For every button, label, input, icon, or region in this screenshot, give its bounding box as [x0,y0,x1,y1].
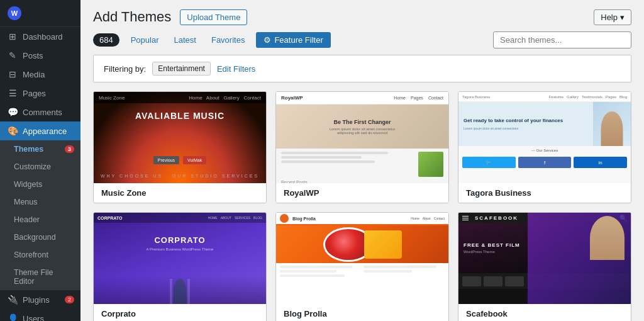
sidebar-item-posts[interactable]: ✎ Posts [0,46,80,65]
theme-name-corprato: Corprato [94,304,266,321]
header-label: Header [14,215,40,224]
users-label: Users [23,314,44,322]
theme-card-music-zone[interactable]: Music Zone Home About Gallery Contact Av… [93,91,267,203]
sidebar-item-label: Comments [23,108,62,117]
latest-tab[interactable]: Latest [170,33,200,47]
sidebar-item-label: Dashboard [23,32,63,42]
theme-name-tagora-business: Tagora Business [458,183,631,203]
filter-tag: Entertainment [152,62,211,76]
theme-name-blog-prolla: Blog Prolla [276,304,448,321]
theme-thumbnail-blog-prolla: Blog Prolla Home About Contact [276,213,448,304]
sidebar-item-storefront[interactable]: Storefront [0,246,80,264]
theme-name-music-zone: Music Zone [94,183,266,203]
sidebar-item-header[interactable]: Header [0,211,80,228]
storefront-label: Storefront [14,251,48,259]
filtering-label: Filtering by: [104,64,146,74]
filter-bar: 684 Popular Latest Favorites ⚙ Feature F… [80,31,644,55]
appearance-submenu: Themes 3 Customize Widgets Menus Header … [0,140,80,290]
sidebar-item-theme-file-editor[interactable]: Theme File Editor [0,264,80,290]
wp-logo: W [8,6,21,20]
theme-card-royalwp[interactable]: RoyalWP Home Pages Contact Be The First … [275,91,449,203]
page-title: Add Themes [93,9,171,25]
theme-thumbnail-scafebook: SCAFEBOOK 🔍 Free & Best Film WordPress T… [458,213,631,304]
customize-label: Customize [14,162,51,171]
upload-theme-button[interactable]: Upload Theme [180,9,247,25]
sidebar-item-users[interactable]: 👤 Users [0,309,80,321]
sidebar-item-menus[interactable]: Menus [0,193,80,211]
sidebar-item-comments[interactable]: 💬 Comments [0,103,80,121]
plugins-label: Plugins [23,295,50,305]
search-input[interactable] [493,31,631,48]
themes-badge: 3 [65,145,74,153]
favorites-tab[interactable]: Favorites [208,33,248,47]
sidebar-item-appearance[interactable]: 🎨 Appearance [0,121,80,140]
sidebar-item-pages[interactable]: ☰ Pages [0,84,80,103]
dashboard-icon: ⊞ [8,31,18,42]
menus-label: Menus [14,198,38,206]
sidebar-item-media[interactable]: ⊟ Media [0,65,80,84]
theme-thumbnail-tagora: Tagora Business Features Gallery Testimo… [458,92,631,183]
filtering-row: Filtering by: Entertainment Edit Filters [93,55,631,82]
widgets-label: Widgets [14,180,42,189]
sidebar-item-dashboard[interactable]: ⊞ Dashboard [0,27,80,46]
page-header: Add Themes Upload Theme Help ▾ [80,0,644,31]
posts-icon: ✎ [8,50,18,60]
theme-card-scafebook[interactable]: SCAFEBOOK 🔍 Free & Best Film WordPress T… [458,212,631,321]
gear-icon: ⚙ [264,35,271,45]
sidebar-item-background[interactable]: Background [0,228,80,246]
sidebar-item-label: Appearance [23,127,67,136]
theme-thumbnail-royalwp: RoyalWP Home Pages Contact Be The First … [276,92,448,183]
theme-thumbnail-music-zone: Music Zone Home About Gallery Contact Av… [94,92,266,183]
sidebar-item-plugins[interactable]: 🔌 Plugins 2 [0,290,80,309]
plugins-icon: 🔌 [8,295,18,305]
sidebar-item-themes[interactable]: Themes 3 [0,140,80,158]
edit-filters-link[interactable]: Edit Filters [217,64,255,74]
sidebar-item-customize[interactable]: Customize [0,158,80,176]
theme-card-tagora-business[interactable]: Tagora Business Features Gallery Testimo… [458,91,631,203]
feature-filter-button[interactable]: ⚙ Feature Filter [256,32,330,48]
theme-file-editor-label: Theme File Editor [14,268,74,286]
theme-card-blog-prolla[interactable]: Blog Prolla Home About Contact [275,212,449,321]
pages-icon: ☰ [8,88,18,98]
chevron-down-icon: ▾ [620,13,625,22]
help-button[interactable]: Help ▾ [594,9,631,25]
theme-thumbnail-corprato: CORPRATO HOME ABOUT SERVICES BLOG Corpra… [94,213,266,304]
themes-label: Themes [14,145,43,154]
sidebar-item-label: Media [23,70,45,79]
comments-icon: 💬 [8,107,18,117]
popular-tab[interactable]: Popular [127,33,163,47]
plugins-badge: 2 [65,296,74,303]
theme-name-scafebook: Scafebook [458,304,631,321]
main-content: Add Themes Upload Theme Help ▾ 684 Popul… [80,0,644,321]
theme-name-royalwp: RoyalWP [276,183,448,203]
themes-grid: Music Zone Home About Gallery Contact Av… [80,91,644,321]
sidebar-item-label: Pages [23,89,46,98]
sidebar: W ⊞ Dashboard ✎ Posts ⊟ Media ☰ Pages 💬 … [0,0,80,321]
theme-card-corprato[interactable]: CORPRATO HOME ABOUT SERVICES BLOG Corpra… [93,212,267,321]
media-icon: ⊟ [8,69,18,79]
appearance-icon: 🎨 [8,126,18,136]
theme-count: 684 [93,33,119,47]
sidebar-item-widgets[interactable]: Widgets [0,176,80,193]
wp-logo-area: W [0,0,80,27]
background-label: Background [14,233,56,242]
users-icon: 👤 [8,313,18,321]
sidebar-item-label: Posts [23,51,43,60]
